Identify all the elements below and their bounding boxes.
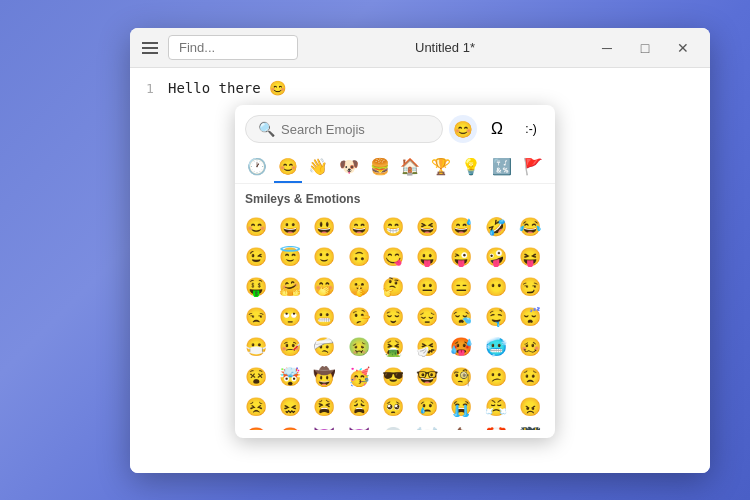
emoji-cell[interactable]: 😇 [275, 242, 305, 272]
close-button[interactable]: ✕ [668, 33, 698, 63]
cat-objects[interactable]: 💡 [457, 151, 486, 183]
emoji-cell[interactable]: 😶 [481, 272, 511, 302]
emoji-cell[interactable]: 😏 [515, 272, 545, 302]
emoji-cell[interactable]: 😉 [241, 242, 271, 272]
emoji-cell[interactable]: 😆 [412, 212, 442, 242]
emoji-cell[interactable]: 😒 [241, 302, 271, 332]
emoji-cell[interactable]: 🤭 [309, 272, 339, 302]
emoji-cell[interactable]: 😕 [481, 362, 511, 392]
emoji-cell[interactable]: 😜 [446, 242, 476, 272]
emoji-cell[interactable]: 😣 [241, 392, 271, 422]
emoji-cell[interactable]: 😟 [515, 362, 545, 392]
emoji-cell[interactable]: 🤕 [309, 332, 339, 362]
emoji-cell[interactable]: 😤 [481, 392, 511, 422]
cat-activities[interactable]: 🏆 [427, 151, 456, 183]
emoji-cell[interactable]: ☠️ [412, 422, 442, 430]
emoji-cell[interactable]: 😄 [344, 212, 374, 242]
emoji-grid: 😊😀😃😄😁😆😅🤣😂😉😇🙂🙃😋😛😜🤪😝🤑🤗🤭🤫🤔😐😑😶😏😒🙄😬🤥😌😔😪🤤😴😷🤒🤕🤢… [235, 210, 555, 430]
minimize-button[interactable]: ─ [592, 33, 622, 63]
emoji-omega-btn[interactable]: Ω [483, 115, 511, 143]
emoji-cell[interactable]: 😝 [515, 242, 545, 272]
emoji-cell[interactable]: 🤥 [344, 302, 374, 332]
emoji-cell[interactable]: 😡 [241, 422, 271, 430]
emoji-cell[interactable]: 😖 [275, 392, 305, 422]
emoji-cell[interactable]: 😩 [344, 392, 374, 422]
emoji-cell[interactable]: 🤔 [378, 272, 408, 302]
editor-line-1: 1 Hello there 😊 [146, 80, 694, 96]
emoji-cell[interactable]: 😢 [412, 392, 442, 422]
emoji-cell[interactable]: 😀 [275, 212, 305, 242]
emoji-cell[interactable]: 😎 [378, 362, 408, 392]
cat-symbols[interactable]: 🔣 [488, 151, 517, 183]
emoji-cell[interactable]: 😁 [378, 212, 408, 242]
emoji-cell[interactable]: 🤢 [344, 332, 374, 362]
maximize-button[interactable]: □ [630, 33, 660, 63]
cat-food[interactable]: 🍔 [365, 151, 394, 183]
emoji-cell[interactable]: 😵 [241, 362, 271, 392]
find-input[interactable] [168, 35, 298, 60]
emoji-cell[interactable]: 😷 [241, 332, 271, 362]
emoji-cell[interactable]: 😌 [378, 302, 408, 332]
emoji-cell[interactable]: 🥺 [378, 392, 408, 422]
emoji-cell[interactable]: 😭 [446, 392, 476, 422]
emoji-cell[interactable]: 🤮 [378, 332, 408, 362]
emoji-cell[interactable]: 🤣 [481, 212, 511, 242]
emoji-cell[interactable]: 😃 [309, 212, 339, 242]
emoji-cell[interactable]: 🤧 [412, 332, 442, 362]
category-label: Smileys & Emotions [235, 184, 555, 210]
emoji-cell[interactable]: 🥴 [515, 332, 545, 362]
cat-animals[interactable]: 🐶 [335, 151, 364, 183]
cat-flags[interactable]: 🚩 [518, 151, 547, 183]
cat-smileys[interactable]: 😊 [274, 151, 303, 183]
emoji-cell[interactable]: 😈 [309, 422, 339, 430]
emoji-cell[interactable]: 🙂 [309, 242, 339, 272]
emoji-cell[interactable]: 🙃 [344, 242, 374, 272]
emoji-smiley-tab-btn[interactable]: 😊 [449, 115, 477, 143]
emoji-cell[interactable]: 😊 [241, 212, 271, 242]
menu-icon[interactable] [142, 42, 158, 54]
window-title: Untitled 1* [415, 40, 475, 55]
emoji-cell[interactable]: 🤑 [241, 272, 271, 302]
emoji-cell[interactable]: 🤯 [275, 362, 305, 392]
emoji-cell[interactable]: 🤓 [412, 362, 442, 392]
emoji-cell[interactable]: 🧐 [446, 362, 476, 392]
emoji-cell[interactable]: 👿 [344, 422, 374, 430]
emoji-cell[interactable]: 😑 [446, 272, 476, 302]
emoji-cell[interactable]: 🥳 [344, 362, 374, 392]
emoji-cell[interactable]: 🤡 [481, 422, 511, 430]
emoji-cell[interactable]: 🤒 [275, 332, 305, 362]
cat-travel[interactable]: 🏠 [396, 151, 425, 183]
cat-recent[interactable]: 🕐 [243, 151, 272, 183]
emoji-cell[interactable]: 😅 [446, 212, 476, 242]
emoji-cell[interactable]: 🙄 [275, 302, 305, 332]
emoji-cell[interactable]: 😫 [309, 392, 339, 422]
title-bar-left [142, 35, 298, 60]
emoji-cell[interactable]: 🥶 [481, 332, 511, 362]
emoji-cell[interactable]: 🤪 [481, 242, 511, 272]
emoji-cell[interactable]: 🤠 [309, 362, 339, 392]
emoji-search-input[interactable] [281, 122, 430, 137]
emoji-cell[interactable]: 😛 [412, 242, 442, 272]
emoji-cell[interactable]: 💩 [446, 422, 476, 430]
emoji-cell[interactable]: 😔 [412, 302, 442, 332]
cat-people[interactable]: 👋 [304, 151, 333, 183]
emoji-cell[interactable]: 🥵 [446, 332, 476, 362]
emoji-text-btn[interactable]: :-) [517, 115, 545, 143]
emoji-cell[interactable]: 💀 [378, 422, 408, 430]
emoji-search-row: 🔍 😊 Ω :-) [235, 105, 555, 151]
emoji-cell[interactable]: 🤫 [344, 272, 374, 302]
title-bar: Untitled 1* ─ □ ✕ [130, 28, 710, 68]
emoji-cell[interactable]: 🤤 [481, 302, 511, 332]
emoji-cell[interactable]: 👹 [515, 422, 545, 430]
emoji-cell[interactable]: 😋 [378, 242, 408, 272]
emoji-cell[interactable]: 🤗 [275, 272, 305, 302]
emoji-cell[interactable]: 😪 [446, 302, 476, 332]
emoji-cell[interactable]: 🤬 [275, 422, 305, 430]
emoji-cell[interactable]: 😬 [309, 302, 339, 332]
emoji-search-wrap: 🔍 [245, 115, 443, 143]
emoji-cell[interactable]: 😂 [515, 212, 545, 242]
emoji-cell[interactable]: 😴 [515, 302, 545, 332]
emoji-cell[interactable]: 😐 [412, 272, 442, 302]
line-content: Hello there 😊 [168, 80, 286, 96]
emoji-cell[interactable]: 😠 [515, 392, 545, 422]
